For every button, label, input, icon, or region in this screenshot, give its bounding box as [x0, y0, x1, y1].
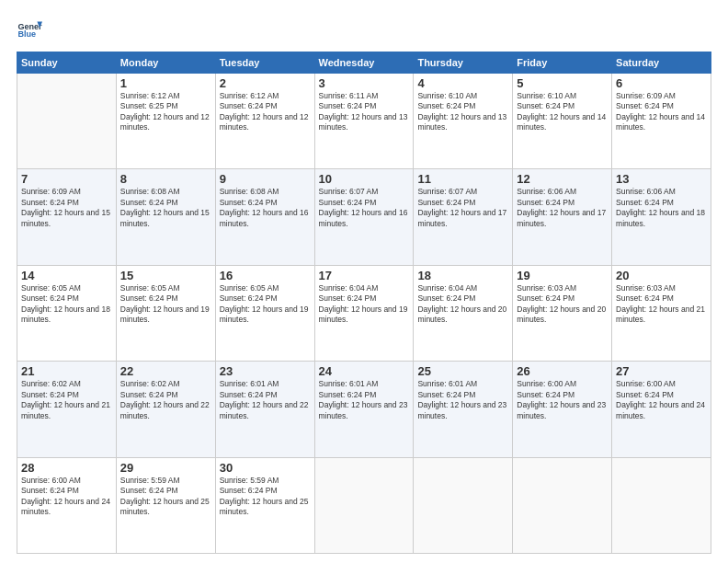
calendar-cell: 9Sunrise: 6:08 AMSunset: 6:24 PMDaylight…: [215, 169, 314, 265]
day-number: 16: [220, 269, 311, 282]
day-number: 12: [517, 172, 608, 186]
calendar-cell: [17, 74, 117, 169]
day-info: Sunrise: 6:12 AMSunset: 6:24 PMDaylight:…: [220, 91, 311, 133]
day-number: 5: [517, 76, 608, 90]
day-number: 10: [319, 172, 410, 186]
day-number: 3: [319, 76, 410, 90]
day-number: 6: [616, 76, 707, 90]
weekday-header-wednesday: Wednesday: [314, 52, 414, 74]
day-info: Sunrise: 6:01 AMSunset: 6:24 PMDaylight:…: [417, 379, 508, 421]
calendar-week-row: 28Sunrise: 6:00 AMSunset: 6:24 PMDayligh…: [17, 457, 711, 553]
day-number: 4: [417, 76, 508, 90]
svg-text:Blue: Blue: [17, 29, 36, 39]
day-info: Sunrise: 6:01 AMSunset: 6:24 PMDaylight:…: [319, 379, 410, 421]
day-info: Sunrise: 6:06 AMSunset: 6:24 PMDaylight:…: [616, 187, 707, 229]
day-info: Sunrise: 6:04 AMSunset: 6:24 PMDaylight:…: [319, 283, 410, 326]
calendar-cell: 25Sunrise: 6:01 AMSunset: 6:24 PMDayligh…: [414, 362, 513, 457]
calendar-cell: [612, 457, 711, 553]
calendar-cell: 22Sunrise: 6:02 AMSunset: 6:24 PMDayligh…: [116, 362, 215, 457]
header: General Blue: [17, 17, 711, 42]
calendar-cell: 20Sunrise: 6:03 AMSunset: 6:24 PMDayligh…: [612, 265, 711, 361]
day-number: 29: [120, 461, 211, 475]
day-number: 18: [417, 269, 508, 282]
calendar-cell: 26Sunrise: 6:00 AMSunset: 6:24 PMDayligh…: [513, 362, 612, 457]
day-info: Sunrise: 6:07 AMSunset: 6:24 PMDaylight:…: [417, 187, 508, 229]
calendar-cell: 28Sunrise: 6:00 AMSunset: 6:24 PMDayligh…: [17, 457, 117, 553]
day-number: 26: [517, 364, 608, 378]
day-info: Sunrise: 6:11 AMSunset: 6:24 PMDaylight:…: [319, 91, 410, 133]
day-info: Sunrise: 6:05 AMSunset: 6:24 PMDaylight:…: [21, 283, 112, 326]
calendar-week-row: 21Sunrise: 6:02 AMSunset: 6:24 PMDayligh…: [17, 362, 711, 457]
weekday-header-thursday: Thursday: [414, 52, 513, 74]
calendar-cell: 13Sunrise: 6:06 AMSunset: 6:24 PMDayligh…: [612, 169, 711, 265]
day-info: Sunrise: 6:00 AMSunset: 6:24 PMDaylight:…: [21, 476, 112, 518]
calendar-cell: 6Sunrise: 6:09 AMSunset: 6:24 PMDaylight…: [612, 74, 711, 169]
calendar-cell: 12Sunrise: 6:06 AMSunset: 6:24 PMDayligh…: [513, 169, 612, 265]
calendar-table: SundayMondayTuesdayWednesdayThursdayFrid…: [17, 52, 711, 554]
day-number: 22: [120, 364, 211, 378]
day-info: Sunrise: 5:59 AMSunset: 6:24 PMDaylight:…: [220, 476, 311, 518]
day-number: 11: [417, 172, 508, 186]
day-info: Sunrise: 6:05 AMSunset: 6:24 PMDaylight:…: [120, 283, 211, 326]
day-number: 19: [517, 269, 608, 282]
calendar-cell: 24Sunrise: 6:01 AMSunset: 6:24 PMDayligh…: [314, 362, 414, 457]
generalblue-logo-icon: General Blue: [17, 17, 42, 42]
calendar-week-row: 1Sunrise: 6:12 AMSunset: 6:25 PMDaylight…: [17, 74, 711, 169]
day-info: Sunrise: 6:10 AMSunset: 6:24 PMDaylight:…: [417, 91, 508, 133]
calendar-cell: 2Sunrise: 6:12 AMSunset: 6:24 PMDaylight…: [215, 74, 314, 169]
calendar-cell: 30Sunrise: 5:59 AMSunset: 6:24 PMDayligh…: [215, 457, 314, 553]
calendar-cell: 21Sunrise: 6:02 AMSunset: 6:24 PMDayligh…: [17, 362, 117, 457]
weekday-header-friday: Friday: [513, 52, 612, 74]
day-number: 28: [21, 461, 112, 475]
calendar-cell: 29Sunrise: 5:59 AMSunset: 6:24 PMDayligh…: [116, 457, 215, 553]
day-number: 15: [120, 269, 211, 282]
day-number: 30: [220, 461, 311, 475]
day-number: 25: [417, 364, 508, 378]
day-number: 20: [616, 269, 707, 282]
day-info: Sunrise: 6:02 AMSunset: 6:24 PMDaylight:…: [120, 379, 211, 421]
day-info: Sunrise: 6:08 AMSunset: 6:24 PMDaylight:…: [120, 187, 211, 229]
day-info: Sunrise: 5:59 AMSunset: 6:24 PMDaylight:…: [120, 476, 211, 518]
weekday-header-monday: Monday: [116, 52, 215, 74]
weekday-header-sunday: Sunday: [17, 52, 117, 74]
calendar-cell: 11Sunrise: 6:07 AMSunset: 6:24 PMDayligh…: [414, 169, 513, 265]
logo: General Blue: [17, 17, 42, 42]
calendar-cell: 18Sunrise: 6:04 AMSunset: 6:24 PMDayligh…: [414, 265, 513, 361]
day-info: Sunrise: 6:06 AMSunset: 6:24 PMDaylight:…: [517, 187, 608, 229]
day-info: Sunrise: 6:05 AMSunset: 6:24 PMDaylight:…: [220, 283, 311, 326]
calendar-cell: 10Sunrise: 6:07 AMSunset: 6:24 PMDayligh…: [314, 169, 414, 265]
calendar-cell: 27Sunrise: 6:00 AMSunset: 6:24 PMDayligh…: [612, 362, 711, 457]
day-info: Sunrise: 6:00 AMSunset: 6:24 PMDaylight:…: [517, 379, 608, 421]
day-number: 8: [120, 172, 211, 186]
day-info: Sunrise: 6:08 AMSunset: 6:24 PMDaylight:…: [220, 187, 311, 229]
calendar-cell: 4Sunrise: 6:10 AMSunset: 6:24 PMDaylight…: [414, 74, 513, 169]
day-number: 17: [319, 269, 410, 282]
day-number: 21: [21, 364, 112, 378]
day-info: Sunrise: 6:03 AMSunset: 6:24 PMDaylight:…: [616, 283, 707, 326]
day-number: 13: [616, 172, 707, 186]
day-number: 7: [21, 172, 112, 186]
day-info: Sunrise: 6:10 AMSunset: 6:24 PMDaylight:…: [517, 91, 608, 133]
page: General Blue SundayMondayTuesdayWednesda…: [0, 0, 728, 563]
calendar-cell: 15Sunrise: 6:05 AMSunset: 6:24 PMDayligh…: [116, 265, 215, 361]
weekday-header-tuesday: Tuesday: [215, 52, 314, 74]
calendar-cell: 1Sunrise: 6:12 AMSunset: 6:25 PMDaylight…: [116, 74, 215, 169]
calendar-cell: [513, 457, 612, 553]
calendar-cell: 5Sunrise: 6:10 AMSunset: 6:24 PMDaylight…: [513, 74, 612, 169]
day-number: 14: [21, 269, 112, 282]
weekday-header-row: SundayMondayTuesdayWednesdayThursdayFrid…: [17, 52, 711, 74]
calendar-week-row: 7Sunrise: 6:09 AMSunset: 6:24 PMDaylight…: [17, 169, 711, 265]
day-number: 9: [220, 172, 311, 186]
calendar-cell: [414, 457, 513, 553]
day-info: Sunrise: 6:09 AMSunset: 6:24 PMDaylight:…: [21, 187, 112, 229]
calendar-cell: 23Sunrise: 6:01 AMSunset: 6:24 PMDayligh…: [215, 362, 314, 457]
day-number: 1: [120, 76, 211, 90]
day-number: 24: [319, 364, 410, 378]
calendar-cell: 19Sunrise: 6:03 AMSunset: 6:24 PMDayligh…: [513, 265, 612, 361]
day-number: 27: [616, 364, 707, 378]
day-info: Sunrise: 6:09 AMSunset: 6:24 PMDaylight:…: [616, 91, 707, 133]
day-info: Sunrise: 6:00 AMSunset: 6:24 PMDaylight:…: [616, 379, 707, 421]
day-info: Sunrise: 6:04 AMSunset: 6:24 PMDaylight:…: [417, 283, 508, 326]
calendar-cell: 8Sunrise: 6:08 AMSunset: 6:24 PMDaylight…: [116, 169, 215, 265]
calendar-cell: [314, 457, 414, 553]
